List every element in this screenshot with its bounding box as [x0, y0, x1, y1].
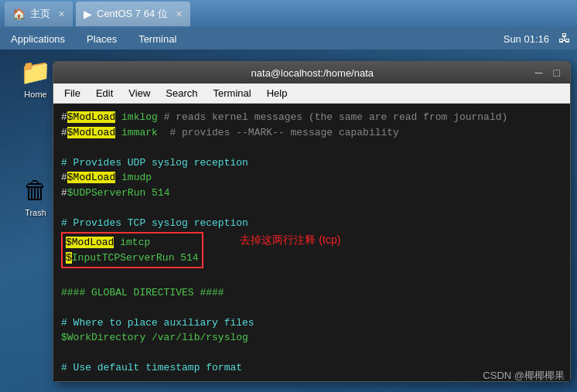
terminal-titlebar: nata@localhost:/home/nata ─ □	[53, 62, 570, 84]
line-7	[61, 200, 562, 216]
menu-terminal[interactable]: Terminal	[207, 86, 258, 101]
csdn-watermark: CSDN @椰椰椰果	[483, 369, 565, 383]
desktop-icon-trash[interactable]: 🗑 Trash	[12, 176, 59, 217]
desktop-icons: 📁 Home 🗑 Trash	[12, 57, 59, 217]
tab-home[interactable]: 🏠 主页 ✕	[5, 2, 73, 26]
centos-icon: ▶	[84, 8, 92, 20]
menu-terminal[interactable]: Terminal	[134, 32, 181, 46]
line-14: # Where to place auxiliary files	[61, 315, 562, 331]
taskbar: 🏠 主页 ✕ ▶ CentOS 7 64 位 ✕	[0, 0, 577, 28]
line-8: # Provides TCP syslog reception	[61, 216, 562, 231]
line-1: #$ModLoad imklog # reads kernel messages…	[61, 110, 562, 125]
menu-file[interactable]: File	[58, 86, 87, 101]
terminal-title: nata@localhost:/home/nata	[92, 67, 533, 79]
desktop-icon-home-label: Home	[24, 90, 46, 99]
line-12: #### GLOBAL DIRECTIVES ####	[61, 285, 562, 301]
line-15: $WorkDirectory /var/lib/rsyslog	[61, 330, 562, 346]
maximize-button[interactable]: □	[551, 66, 562, 79]
trash-icon: 🗑	[23, 176, 48, 205]
menubar-right: Sun 01:16 🖧	[504, 32, 571, 46]
line-10: $InputTCPServerRun 514	[66, 251, 199, 266]
menu-view[interactable]: View	[122, 86, 156, 101]
terminal-window: nata@localhost:/home/nata ─ □ File Edit …	[53, 61, 571, 382]
tab-home-close[interactable]: ✕	[58, 9, 65, 19]
line-3	[61, 140, 562, 155]
home-icon: 🏠	[12, 8, 26, 20]
menu-help[interactable]: Help	[261, 86, 294, 101]
terminal-content[interactable]: #$ModLoad imklog # reads kernel messages…	[53, 104, 570, 381]
menu-search[interactable]: Search	[159, 86, 203, 101]
folder-icon: 📁	[20, 57, 51, 87]
terminal-controls: ─ □	[533, 66, 562, 79]
line-13	[61, 300, 562, 315]
line-6: #$UDPServerRun 514	[61, 186, 562, 201]
terminal-menu: File Edit View Search Terminal Help	[53, 84, 570, 104]
line-16	[61, 346, 562, 361]
line-2: #$ModLoad immark # provides --MARK-- mes…	[61, 125, 562, 141]
line-4: # Provides UDP syslog reception	[61, 155, 562, 171]
line-11	[61, 270, 562, 285]
line-9: $ModLoad imtcp	[66, 235, 199, 251]
desktop-icon-trash-label: Trash	[25, 208, 46, 217]
menu-applications[interactable]: Applications	[6, 32, 70, 46]
tab-centos-close[interactable]: ✕	[176, 9, 183, 19]
network-icon: 🖧	[558, 32, 571, 46]
tab-centos-label: CentOS 7 64 位	[97, 7, 168, 21]
menu-places[interactable]: Places	[82, 32, 121, 46]
clock: Sun 01:16	[504, 33, 549, 45]
menu-edit[interactable]: Edit	[90, 86, 119, 101]
desktop-icon-home[interactable]: 📁 Home	[12, 57, 59, 99]
tab-home-label: 主页	[30, 7, 50, 21]
tab-centos[interactable]: ▶ CentOS 7 64 位 ✕	[76, 2, 190, 26]
minimize-button[interactable]: ─	[533, 66, 545, 79]
desktop: 📁 Home 🗑 Trash nata@localhost:/home/nata…	[0, 49, 577, 392]
line-5: #$ModLoad imudp	[61, 170, 562, 186]
annotation-text: 去掉这两行注释 (tcp)	[240, 232, 340, 248]
menubar: Applications Places Terminal Sun 01:16 🖧	[0, 28, 577, 49]
